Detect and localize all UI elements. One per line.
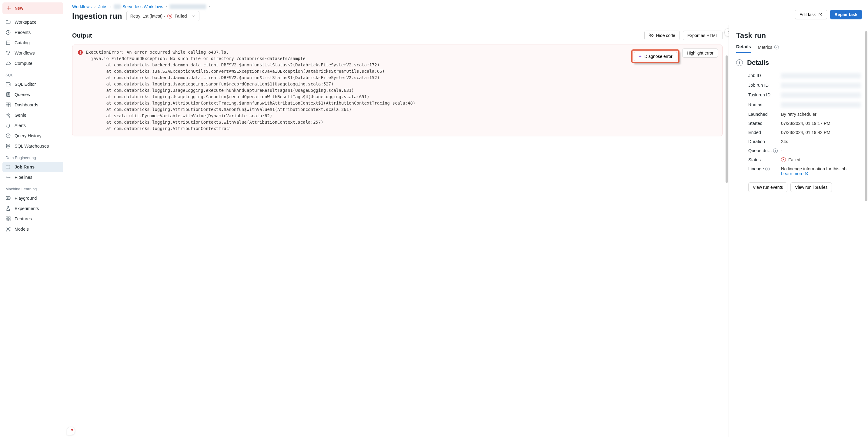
sidebar-item-label: Playground: [14, 196, 37, 200]
svg-rect-9: [8, 103, 10, 104]
diagnose-error-button[interactable]: ✦ Diagnose error: [634, 52, 677, 61]
sidebar-item-label: Queries: [14, 92, 30, 97]
page-header: Workflows Jobs xx Serverless Workflows x…: [66, 0, 868, 25]
svg-rect-8: [6, 103, 8, 104]
sidebar-item-workflows[interactable]: Workflows: [2, 48, 63, 58]
sidebar-item-catalog[interactable]: Catalog: [2, 38, 63, 48]
svg-rect-16: [6, 217, 7, 218]
sidebar-item-label: Compute: [14, 61, 32, 66]
collapse-panel-button[interactable]: [724, 28, 728, 37]
svg-point-4: [9, 51, 10, 52]
sidebar-item-label: Workspace: [14, 20, 36, 25]
detail-duration: Duration 24s: [736, 137, 861, 146]
error-actions: ✦ Diagnose error Highlight error: [631, 49, 718, 58]
sidebar-item-alerts[interactable]: Alerts: [2, 120, 63, 131]
sidebar-item-models[interactable]: Models: [2, 224, 63, 234]
sidebar-item-playground[interactable]: Playground: [2, 193, 63, 204]
scrollbar-thumb[interactable]: [865, 31, 867, 201]
edit-task-button[interactable]: Edit task: [795, 10, 827, 20]
task-run-panel: Task run Details Metrics i i Details Job…: [728, 25, 868, 437]
chevron-right-icon: [165, 5, 168, 8]
repair-task-button[interactable]: Repair task: [830, 10, 862, 20]
svg-point-14: [9, 177, 10, 178]
error-icon: !: [78, 50, 83, 55]
scrollbar-thumb[interactable]: [725, 56, 728, 183]
error-card: ! ExecutionError: An error occurred whil…: [72, 44, 722, 136]
sidebar-item-label: SQL Editor: [14, 82, 36, 87]
repair-task-label: Repair task: [835, 12, 858, 17]
job-runs-icon: [5, 164, 11, 170]
svg-rect-17: [9, 217, 10, 218]
taskrun-tabs: Details Metrics i: [736, 44, 861, 53]
chevron-right-icon: [726, 30, 728, 35]
sidebar-item-sql-warehouses[interactable]: SQL Warehouses: [2, 141, 63, 151]
pipeline-icon: [5, 175, 11, 180]
features-icon: [5, 216, 11, 221]
queries-icon: [5, 92, 11, 97]
tab-metrics[interactable]: Metrics i: [758, 44, 779, 53]
detail-queue: Queue du… i -: [736, 146, 861, 155]
sidebar-section-de: Data Engineering: [2, 151, 63, 162]
sidebar-item-pipelines[interactable]: Pipelines: [2, 172, 63, 182]
main-content: Workflows Jobs xx Serverless Workflows x…: [66, 0, 868, 437]
export-html-label: Export as HTML: [687, 33, 718, 38]
edit-task-label: Edit task: [800, 12, 816, 17]
sidebar-item-queries[interactable]: Queries: [2, 89, 63, 100]
failed-icon: ✕: [167, 13, 172, 19]
detail-status: Status ✕ Failed: [736, 155, 861, 164]
breadcrumb: Workflows Jobs xx Serverless Workflows x…: [72, 4, 211, 9]
failed-icon: ✕: [781, 157, 786, 162]
sidebar-item-recents[interactable]: Recents: [2, 27, 63, 38]
external-link-icon: [818, 12, 823, 17]
redacted-value: [781, 83, 861, 88]
breadcrumb-serverless[interactable]: Serverless Workflows: [122, 4, 163, 9]
sidebar-item-label: SQL Warehouses: [14, 144, 49, 149]
new-button[interactable]: New: [2, 2, 63, 14]
sidebar-item-label: Workflows: [14, 51, 35, 56]
sql-editor-icon: [5, 82, 11, 87]
detail-run-as: Run as: [736, 100, 861, 110]
sidebar-item-query-history[interactable]: Query History: [2, 131, 63, 141]
sidebar-item-job-runs[interactable]: Job Runs: [2, 162, 63, 172]
svg-rect-19: [9, 219, 10, 221]
detail-job-run-id: Job run ID: [736, 81, 861, 90]
hide-code-button[interactable]: Hide code: [644, 31, 680, 40]
view-run-events-button[interactable]: View run events: [748, 182, 787, 192]
bell-icon: [5, 123, 11, 128]
breadcrumb-jobs[interactable]: Jobs: [98, 4, 107, 9]
redacted-value: [781, 102, 861, 107]
sidebar-item-label: Experiments: [14, 206, 39, 211]
learn-more-link[interactable]: Learn more: [781, 171, 808, 176]
sidebar-item-compute[interactable]: Compute: [2, 58, 63, 68]
svg-point-3: [6, 51, 7, 52]
svg-point-23: [6, 230, 7, 231]
tab-details[interactable]: Details: [736, 44, 751, 53]
highlight-error-button[interactable]: Highlight error: [682, 49, 718, 58]
svg-point-24: [9, 230, 10, 231]
new-button-label: New: [14, 6, 23, 10]
models-icon: [5, 226, 11, 232]
clock-icon: [5, 30, 11, 35]
sidebar-item-genie[interactable]: Genie: [2, 110, 63, 120]
output-actions: Hide code Export as HTML: [644, 31, 722, 40]
sidebar-item-label: Pipelines: [14, 175, 32, 180]
info-icon: i: [765, 167, 770, 171]
eye-off-icon: [649, 33, 654, 38]
retry-select[interactable]: Retry: 1st (latest) · ✕ Failed: [126, 11, 199, 21]
breadcrumb-redacted: xxxxxxxxxxxxxxxx: [170, 4, 206, 9]
svg-point-12: [6, 144, 10, 146]
view-run-libraries-button[interactable]: View run libraries: [790, 182, 832, 192]
sidebar-item-label: Job Runs: [14, 164, 35, 169]
detail-lineage: Lineage i No lineage information for thi…: [736, 164, 861, 178]
sidebar-item-features[interactable]: Features: [2, 214, 63, 224]
svg-point-21: [6, 227, 7, 228]
detail-task-run-id: Task run ID: [736, 90, 861, 100]
breadcrumb-workflows[interactable]: Workflows: [72, 4, 92, 9]
sidebar-item-workspace[interactable]: Workspace: [2, 17, 63, 27]
sidebar-item-dashboards[interactable]: Dashboards: [2, 100, 63, 110]
workflow-icon: [5, 50, 11, 56]
sidebar-item-sql-editor[interactable]: SQL Editor: [2, 79, 63, 89]
sidebar-item-experiments[interactable]: Experiments: [2, 204, 63, 214]
output-heading: Output: [72, 32, 92, 39]
export-html-button[interactable]: Export as HTML: [683, 31, 722, 40]
